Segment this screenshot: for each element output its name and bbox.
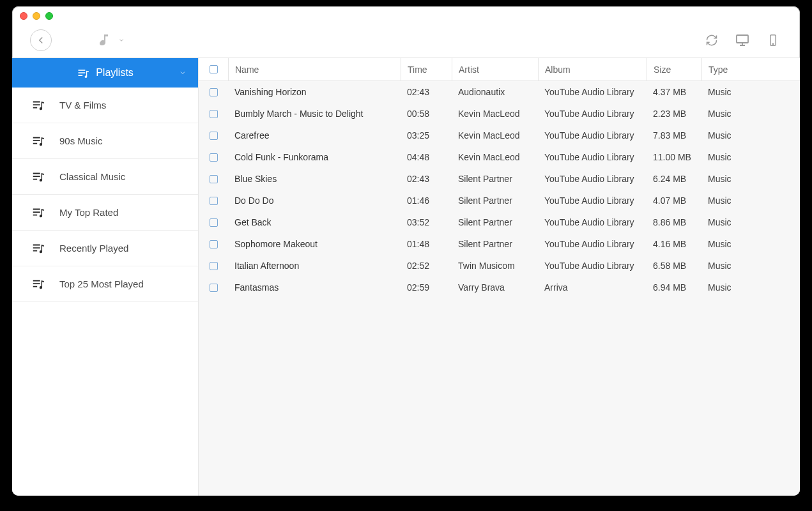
playlist-icon xyxy=(31,206,45,220)
cell-type: Music xyxy=(701,87,778,97)
cell-artist: Silent Partner xyxy=(452,174,538,184)
row-checkbox[interactable] xyxy=(210,132,218,140)
cell-type: Music xyxy=(701,152,778,162)
playlist-icon xyxy=(31,170,45,184)
sidebar-item[interactable]: Recently Played xyxy=(12,231,198,266)
refresh-icon xyxy=(705,34,718,47)
table-row[interactable]: Get Back03:52Silent PartnerYouTube Audio… xyxy=(199,211,800,233)
cell-name: Bumbly March - Music to Delight xyxy=(228,109,401,119)
row-checkbox[interactable] xyxy=(210,218,218,227)
cell-size: 2.23 MB xyxy=(647,109,701,119)
table-row[interactable]: Carefree03:25Kevin MacLeodYouTube Audio … xyxy=(199,125,800,146)
sidebar-item[interactable]: TV & Films xyxy=(12,88,198,123)
select-all-checkbox[interactable] xyxy=(210,65,218,73)
sidebar-item[interactable]: Classical Music xyxy=(12,159,198,195)
table-row[interactable]: Italian Afternoon02:52Twin MusicomYouTub… xyxy=(199,255,800,277)
cell-name: Fantasmas xyxy=(228,282,401,293)
cell-size: 6.58 MB xyxy=(647,261,701,271)
cell-name: Sophomore Makeout xyxy=(228,239,401,249)
cell-type: Music xyxy=(701,109,778,119)
cell-type: Music xyxy=(701,239,778,249)
row-checkbox[interactable] xyxy=(210,262,218,270)
row-checkbox[interactable] xyxy=(210,240,218,248)
cell-type: Music xyxy=(701,195,778,206)
cell-artist: Twin Musicom xyxy=(452,261,538,271)
table-row[interactable]: Cold Funk - Funkorama04:48Kevin MacLeodY… xyxy=(199,146,800,168)
music-icon xyxy=(96,33,112,48)
playlist-icon xyxy=(31,98,45,112)
sidebar-header-playlists[interactable]: Playlists xyxy=(12,58,198,88)
table-row[interactable]: Vanishing Horizon02:43AudionautixYouTube… xyxy=(199,81,800,103)
row-checkbox[interactable] xyxy=(210,88,218,96)
column-size[interactable]: Size xyxy=(647,58,701,80)
cell-time: 03:52 xyxy=(401,217,452,227)
monitor-icon xyxy=(735,33,750,48)
chevron-down-icon xyxy=(118,37,125,43)
sidebar-item[interactable]: My Top Rated xyxy=(12,195,198,231)
cell-album: YouTube Audio Library xyxy=(538,109,647,119)
chevron-down-icon xyxy=(179,69,187,77)
row-checkbox[interactable] xyxy=(210,197,218,205)
cell-album: YouTube Audio Library xyxy=(538,217,647,227)
media-type-dropdown[interactable] xyxy=(96,33,125,48)
cell-album: YouTube Audio Library xyxy=(538,130,647,141)
row-checkbox[interactable] xyxy=(210,110,218,118)
sidebar-item[interactable]: 90s Music xyxy=(12,123,198,159)
cell-album: YouTube Audio Library xyxy=(538,261,647,271)
cell-artist: Kevin MacLeod xyxy=(452,152,538,162)
cell-album: Arriva xyxy=(538,282,647,293)
sidebar-item-label: Recently Played xyxy=(59,243,128,254)
playlist-icon xyxy=(31,134,45,148)
table-body: Vanishing Horizon02:43AudionautixYouTube… xyxy=(199,81,800,496)
cell-artist: Audionautix xyxy=(452,87,538,97)
cell-size: 6.24 MB xyxy=(647,174,701,184)
cell-name: Do Do Do xyxy=(228,195,401,206)
cell-size: 11.00 MB xyxy=(647,152,701,162)
cell-time: 01:48 xyxy=(401,239,452,249)
column-time[interactable]: Time xyxy=(401,58,452,80)
close-button[interactable] xyxy=(20,12,27,20)
to-computer-button[interactable] xyxy=(730,29,755,51)
cell-name: Carefree xyxy=(228,130,401,141)
sidebar-item-label: TV & Films xyxy=(59,100,106,111)
column-type[interactable]: Type xyxy=(701,58,778,80)
sidebar-header-label: Playlists xyxy=(96,67,134,79)
row-checkbox[interactable] xyxy=(210,175,218,183)
cell-artist: Silent Partner xyxy=(452,239,538,249)
sidebar-item[interactable]: Top 25 Most Played xyxy=(12,266,198,302)
back-button[interactable] xyxy=(30,29,52,51)
window-controls xyxy=(20,12,53,20)
svg-rect-1 xyxy=(737,35,748,43)
cell-time: 02:43 xyxy=(401,174,452,184)
column-name[interactable]: Name xyxy=(228,58,401,80)
cell-name: Cold Funk - Funkorama xyxy=(228,152,401,162)
cell-time: 00:58 xyxy=(401,109,452,119)
arrow-left-icon xyxy=(35,34,47,46)
maximize-button[interactable] xyxy=(45,12,53,20)
table-row[interactable]: Bumbly March - Music to Delight00:58Kevi… xyxy=(199,103,800,125)
cell-time: 02:52 xyxy=(401,261,452,271)
to-device-button[interactable] xyxy=(760,29,786,51)
cell-size: 8.86 MB xyxy=(647,217,701,227)
svg-point-0 xyxy=(100,42,103,45)
column-artist[interactable]: Artist xyxy=(452,58,538,80)
cell-album: YouTube Audio Library xyxy=(538,239,647,249)
sidebar: Playlists TV & Films90s MusicClassical M… xyxy=(12,58,199,496)
table-row[interactable]: Blue Skies02:43Silent PartnerYouTube Aud… xyxy=(199,168,800,190)
cell-time: 02:43 xyxy=(401,87,452,97)
table-row[interactable]: Fantasmas02:59Varry BravaArriva6.94 MBMu… xyxy=(199,277,800,298)
minimize-button[interactable] xyxy=(33,12,40,20)
refresh-button[interactable] xyxy=(699,29,724,51)
cell-size: 4.16 MB xyxy=(647,239,701,249)
cell-size: 4.37 MB xyxy=(647,87,701,97)
column-album[interactable]: Album xyxy=(538,58,647,80)
table-row[interactable]: Sophomore Makeout01:48Silent PartnerYouT… xyxy=(199,233,800,255)
cell-size: 4.07 MB xyxy=(647,195,701,206)
table-row[interactable]: Do Do Do01:46Silent PartnerYouTube Audio… xyxy=(199,190,800,211)
sidebar-item-label: Top 25 Most Played xyxy=(59,278,144,289)
row-checkbox[interactable] xyxy=(210,284,218,292)
row-checkbox[interactable] xyxy=(210,153,218,162)
cell-album: YouTube Audio Library xyxy=(538,174,647,184)
phone-icon xyxy=(767,33,779,48)
table-header: Name Time Artist Album Size Type xyxy=(199,58,800,81)
